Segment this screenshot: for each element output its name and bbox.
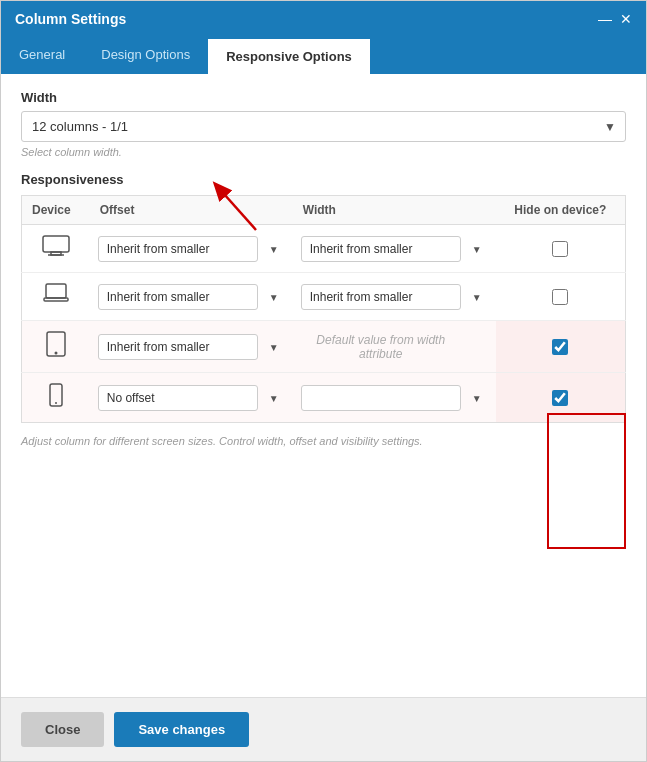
offset-select-arrow-desktop: ▼ (269, 243, 279, 254)
width-hint: Select column width. (21, 146, 626, 158)
hide-checkbox-desktop[interactable] (552, 241, 568, 257)
width-label: Width (21, 90, 626, 105)
svg-rect-5 (46, 284, 66, 298)
hide-cell-tablet (496, 321, 626, 373)
width-select-wrapper: 12 columns - 1/1 1 column - 1/12 2 colum… (21, 111, 626, 142)
laptop-svg (43, 283, 69, 305)
responsiveness-table: Device Offset Width Hide on device? (21, 195, 626, 423)
svg-point-8 (54, 352, 57, 355)
close-button[interactable]: Close (21, 712, 104, 747)
width-select-wrapper-mobile: Inherit from smaller Default value from … (301, 385, 488, 411)
default-value-text: Default value from width attribute (301, 333, 461, 361)
width-select-wrapper-laptop: Inherit from smaller Default value from … (301, 284, 488, 310)
device-mobile-icon (22, 373, 90, 423)
table-row: Inherit from smaller No offset 1 column … (22, 225, 626, 273)
offset-select-wrapper-laptop: Inherit from smaller No offset ▼ (98, 284, 285, 310)
tab-design-options[interactable]: Design Options (83, 37, 208, 74)
tab-responsive-options[interactable]: Responsive Options (208, 37, 370, 74)
device-desktop-icon (22, 225, 90, 273)
hide-checkbox-mobile[interactable] (552, 390, 568, 406)
offset-select-laptop[interactable]: Inherit from smaller No offset (98, 284, 258, 310)
modal-body: Width 12 columns - 1/1 1 column - 1/12 2… (1, 74, 646, 697)
hide-cell-mobile (496, 373, 626, 423)
svg-rect-2 (43, 236, 69, 252)
resp-table-wrapper: Device Offset Width Hide on device? (21, 195, 626, 423)
tab-general[interactable]: General (1, 37, 83, 74)
width-select-arrow-laptop: ▼ (472, 291, 482, 302)
width-select-wrapper-desktop: Inherit from smaller Default value from … (301, 236, 488, 262)
offset-select-wrapper-tablet: Inherit from smaller No offset ▼ (98, 334, 285, 360)
hide-cell-desktop (496, 225, 626, 273)
mobile-svg (49, 383, 63, 407)
offset-select-wrapper-mobile: No offset Inherit from smaller 1 column … (98, 385, 285, 411)
width-cell-mobile: Inherit from smaller Default value from … (293, 373, 496, 423)
svg-point-10 (55, 402, 57, 404)
hide-checkbox-laptop[interactable] (552, 289, 568, 305)
width-cell-laptop: Inherit from smaller Default value from … (293, 273, 496, 321)
width-select-arrow-mobile: ▼ (472, 392, 482, 403)
width-cell-desktop: Inherit from smaller Default value from … (293, 225, 496, 273)
offset-select-arrow-mobile: ▼ (269, 392, 279, 403)
width-section: Width 12 columns - 1/1 1 column - 1/12 2… (21, 90, 626, 158)
width-cell-tablet: Default value from width attribute (293, 321, 496, 373)
offset-select-arrow-tablet: ▼ (269, 341, 279, 352)
offset-select-wrapper: Inherit from smaller No offset 1 column … (98, 236, 285, 262)
device-tablet-icon (22, 321, 90, 373)
red-highlight-box (547, 413, 626, 549)
offset-select-arrow-laptop: ▼ (269, 291, 279, 302)
offset-cell-mobile: No offset Inherit from smaller 1 column … (90, 373, 293, 423)
minimize-button[interactable]: — (598, 11, 612, 27)
width-select-laptop[interactable]: Inherit from smaller Default value from … (301, 284, 461, 310)
bottom-hint: Adjust column for different screen sizes… (21, 435, 626, 447)
modal-title: Column Settings (15, 11, 126, 27)
save-button[interactable]: Save changes (114, 712, 249, 747)
tablet-svg (46, 331, 66, 357)
table-row: No offset Inherit from smaller 1 column … (22, 373, 626, 423)
device-laptop-icon (22, 273, 90, 321)
width-select-arrow-desktop: ▼ (472, 243, 482, 254)
col-header-hide: Hide on device? (496, 196, 626, 225)
responsiveness-label: Responsiveness (21, 172, 626, 187)
width-select-desktop[interactable]: Inherit from smaller Default value from … (301, 236, 461, 262)
offset-select-desktop[interactable]: Inherit from smaller No offset 1 column (98, 236, 258, 262)
col-header-device: Device (22, 196, 90, 225)
svg-rect-6 (44, 298, 68, 301)
col-header-offset: Offset (90, 196, 293, 225)
offset-cell-tablet: Inherit from smaller No offset ▼ (90, 321, 293, 373)
table-row: Inherit from smaller No offset ▼ Default… (22, 321, 626, 373)
hide-cell-laptop (496, 273, 626, 321)
offset-select-mobile[interactable]: No offset Inherit from smaller 1 column (98, 385, 258, 411)
offset-select-tablet[interactable]: Inherit from smaller No offset (98, 334, 258, 360)
desktop-svg (42, 235, 70, 257)
offset-cell-desktop: Inherit from smaller No offset 1 column … (90, 225, 293, 273)
tabs-bar: General Design Options Responsive Option… (1, 37, 646, 74)
close-button[interactable]: ✕ (620, 11, 632, 27)
width-select[interactable]: 12 columns - 1/1 1 column - 1/12 2 colum… (21, 111, 626, 142)
responsiveness-section: Responsiveness Device Offset Width Hide … (21, 172, 626, 447)
table-row: Inherit from smaller No offset ▼ (22, 273, 626, 321)
width-select-mobile[interactable]: Inherit from smaller Default value from … (301, 385, 461, 411)
hide-checkbox-tablet[interactable] (552, 339, 568, 355)
modal-footer: Close Save changes (1, 697, 646, 761)
offset-cell-laptop: Inherit from smaller No offset ▼ (90, 273, 293, 321)
col-header-width: Width (293, 196, 496, 225)
